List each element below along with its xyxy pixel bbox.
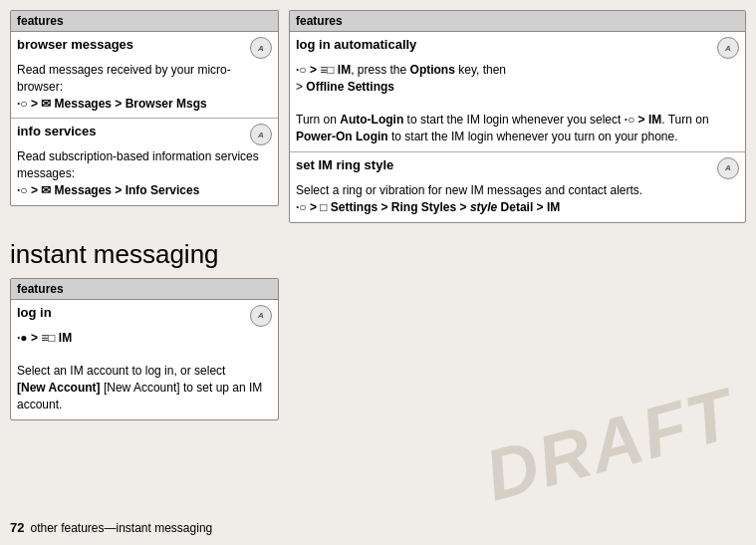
logo-icon-info-label: A [258, 131, 264, 139]
info-services-text: Read subscription-based information serv… [17, 149, 259, 180]
browser-messages-title: browser messages A [17, 37, 272, 59]
right-feature-table: features log in automatically A ·○ > ≡□ … [289, 10, 746, 223]
browser-messages-nav: ·○ > ✉ Messages > Browser Msgs [17, 97, 207, 111]
log-in-title: log in A [17, 305, 272, 327]
nav-info-label: Messages > Info Services [51, 183, 199, 197]
nav-bullet: ·○ > [17, 97, 41, 111]
select-nav: ·○ > IM [625, 113, 662, 127]
log-in-auto-row: log in automatically A ·○ > ≡□ IM, press… [290, 32, 745, 151]
login-nav: ·● > ≡□ IM [17, 331, 72, 345]
offline-settings-label: Offline Settings [306, 80, 394, 94]
logo-icon-label: A [258, 44, 264, 53]
browser-messages-body: Read messages received by your micro-bro… [17, 62, 272, 112]
log-in-auto-title: log in automatically A [296, 37, 739, 59]
log-in-row: log in A ·● > ≡□ IM Select an IM account… [11, 300, 278, 419]
instant-messaging-heading: instant messaging [0, 237, 756, 278]
page-container: features browser messages A Read message… [0, 0, 756, 545]
new-account-label: [New Account] [17, 381, 101, 395]
bottom-left-header: features [11, 279, 278, 300]
set-im-ring-text: Select a ring or vibration for new IM me… [296, 183, 642, 197]
logo-icon-info: A [250, 124, 272, 145]
logo-icon-auto: A [717, 37, 739, 59]
nav-messages-label: Messages > Browser Msgs [51, 97, 206, 111]
browser-messages-text: Read messages received by your micro-bro… [17, 63, 231, 94]
options-key-label: Options [410, 63, 455, 77]
log-in-auto-body: ·○ > ≡□ IM, press the Options key, then … [296, 62, 739, 145]
logo-icon-ring-label: A [725, 163, 731, 172]
bottom-right-empty [289, 278, 746, 428]
set-im-ring-title: set IM ring style A [296, 157, 739, 179]
browser-messages-row: browser messages A Read messages receive… [11, 32, 278, 118]
ring-nav: ·○ > □ Settings > Ring Styles > style De… [296, 200, 560, 214]
footer-text: other features—instant messaging [30, 521, 212, 535]
left-top-table-header: features [11, 11, 278, 32]
set-im-ring-body: Select a ring or vibration for new IM me… [296, 182, 739, 216]
set-im-ring-label: set IM ring style [296, 157, 393, 172]
set-im-ring-row: set IM ring style A Select a ring or vib… [290, 151, 745, 222]
auto-login-label: Auto-Login [340, 113, 403, 127]
log-in-body: ·● > ≡□ IM Select an IM account to log i… [17, 330, 272, 413]
page-number: 72 [10, 520, 24, 535]
top-section: features browser messages A Read message… [0, 0, 756, 237]
log-in-text1: Select an IM account to log in, or selec… [17, 364, 225, 378]
logo-icon-login: A [250, 305, 272, 327]
browser-messages-label: browser messages [17, 37, 133, 52]
log-in-auto-label: log in automatically [296, 37, 416, 52]
info-services-nav: ·○ > ✉ Messages > Info Services [17, 183, 199, 197]
logo-icon-login-label: A [258, 311, 264, 320]
logo-icon-ring: A [717, 157, 739, 179]
nav-auto-bullet: ·○ > ≡□ IM [296, 63, 351, 77]
nav-messages-icon: ✉ [41, 97, 51, 111]
info-services-title: info services A [17, 124, 272, 145]
info-services-body: Read subscription-based information serv… [17, 148, 272, 198]
logo-icon-browser: A [250, 37, 272, 59]
page-footer: 72 other features—instant messaging [10, 520, 212, 535]
info-services-label: info services [17, 124, 97, 138]
left-top-column: features browser messages A Read message… [10, 10, 279, 231]
left-top-feature-table: features browser messages A Read message… [10, 10, 279, 206]
logo-icon-auto-label: A [725, 44, 731, 53]
right-table-header: features [290, 11, 745, 32]
right-column: features log in automatically A ·○ > ≡□ … [289, 10, 746, 231]
bottom-section: features log in A ·● > ≡□ IM Select an I… [0, 278, 756, 438]
nav-messages-icon2: ✉ [41, 183, 51, 197]
bottom-left-column: features log in A ·● > ≡□ IM Select an I… [10, 278, 279, 428]
power-on-login-label: Power-On Login [296, 130, 388, 143]
nav-bullet2: ·○ > [17, 183, 41, 197]
log-in-label: log in [17, 305, 52, 320]
info-services-row: info services A Read subscription-based … [11, 118, 278, 204]
bottom-left-table: features log in A ·● > ≡□ IM Select an I… [10, 278, 279, 420]
